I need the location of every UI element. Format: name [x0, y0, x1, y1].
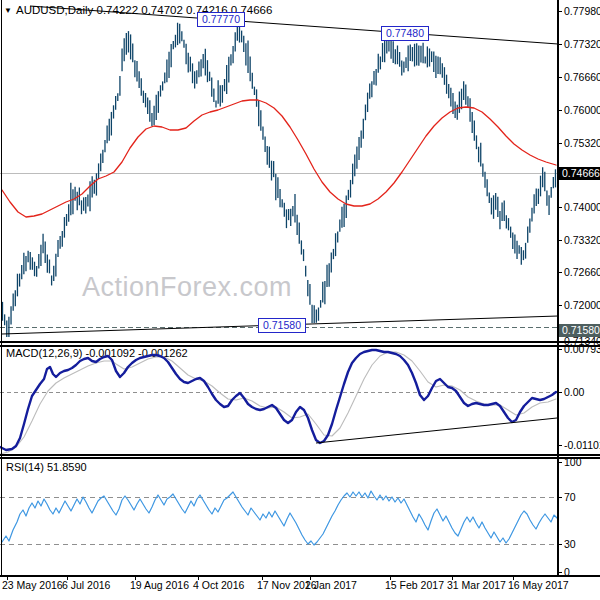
price-label-text: 0.77770 — [202, 13, 240, 25]
time-axis-label: 31 Mar 2017 — [447, 579, 506, 591]
rsi-indicator-label: RSI(14) 51.8590 — [6, 461, 87, 473]
axis-tick-label: 0.76660 — [564, 71, 600, 83]
forex-chart-window: ActionForex.com ▼ AUDUSD,Daily 0.74222 0… — [0, 0, 600, 600]
time-axis-label: 2 Jan 2017 — [305, 579, 357, 591]
axis-tick-label: 100 — [564, 456, 582, 468]
axis-tick-label: 30 — [564, 538, 576, 550]
moving-average-line — [2, 100, 556, 217]
watermark: ActionForex.com — [82, 272, 292, 302]
axis-tick-label: 0 — [564, 566, 570, 578]
macd-main-line — [0, 350, 556, 450]
axis-tick-label: 0.00 — [564, 386, 585, 398]
time-axis-label: 4 Oct 2016 — [193, 579, 245, 591]
collapse-arrow-icon[interactable]: ▼ — [4, 6, 12, 15]
audusd-daily-chart: ActionForex.com ▼ AUDUSD,Daily 0.74222 0… — [0, 0, 600, 600]
axis-tick-label: 0.72000 — [564, 299, 600, 311]
rsi-line — [2, 491, 557, 545]
axis-tick-label: 0.73320 — [564, 234, 600, 246]
time-axis-label: 16 May 2017 — [508, 579, 569, 591]
axis-tick-label: 0.76000 — [564, 104, 600, 116]
moving-average-layer — [2, 100, 556, 217]
time-axis-label: 15 Feb 2017 — [385, 579, 444, 591]
price-label-text: 0.71580 — [263, 319, 301, 331]
axis-price-badge-text: 0.74666 — [562, 167, 600, 179]
descending-trendline — [30, 6, 558, 44]
axis-tick-label: 70 — [564, 491, 576, 503]
rsi-panel-layer — [0, 491, 558, 545]
time-axis-label: 6 Jul 2016 — [62, 579, 111, 591]
axis-tick-label: -0.011017 — [564, 439, 600, 451]
axis-tick-label: 0.74000 — [564, 201, 600, 213]
axis-tick-label: 0.77980 — [564, 5, 600, 17]
axis-tick-label: 0.72660 — [564, 266, 600, 278]
level-lines-layer — [0, 174, 558, 328]
axis-tick-label: 0.75320 — [564, 137, 600, 149]
axis-price-badge-text: 0.71580 — [562, 324, 600, 336]
price-label-text: 0.77480 — [386, 27, 424, 39]
axis-tick-label: 0.77320 — [564, 38, 600, 50]
axis-tick-label: 0.007933 — [564, 343, 600, 355]
macd-ascending-trendline — [316, 418, 557, 443]
time-axis-label: 19 Aug 2016 — [130, 579, 189, 591]
macd-panel-layer — [0, 350, 558, 454]
time-axis-label: 23 May 2016 — [2, 579, 63, 591]
